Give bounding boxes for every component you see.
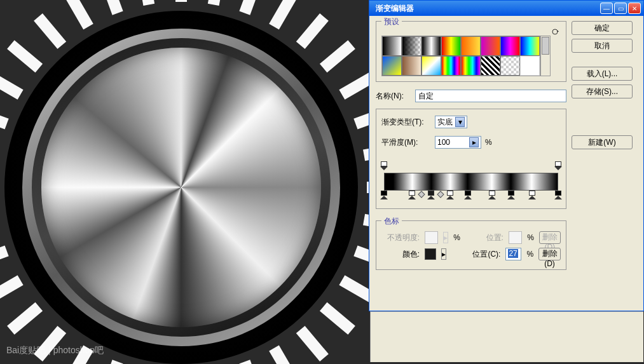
cancel-button[interactable]: 取消 xyxy=(572,39,633,53)
document-canvas: Bai度贴吧 | photoshop吧 xyxy=(0,0,369,364)
presets-flyout-icon[interactable] xyxy=(551,28,561,36)
save-button[interactable]: 存储(S)... xyxy=(572,84,633,98)
preset-swatch[interactable] xyxy=(461,56,481,76)
preset-swatch[interactable] xyxy=(382,56,402,76)
position-c-input[interactable]: 27 xyxy=(505,248,521,260)
midpoint-diamond[interactable] xyxy=(437,191,444,198)
smoothness-unit: % xyxy=(485,138,492,147)
panel-below xyxy=(370,311,643,362)
close-button[interactable]: ✕ xyxy=(628,3,641,14)
preset-swatch[interactable] xyxy=(402,36,421,56)
chevron-right-icon: ▸ xyxy=(443,232,448,243)
gradient-type-select[interactable]: 实底 ▾ xyxy=(435,116,467,128)
color-well[interactable] xyxy=(425,248,436,260)
position-input xyxy=(509,231,522,244)
preset-swatch[interactable] xyxy=(382,36,402,56)
type-value: 实底 xyxy=(437,117,453,128)
smoothness-label: 平滑度(M): xyxy=(381,137,431,148)
smoothness-value: 100 xyxy=(437,138,467,147)
color-stop[interactable] xyxy=(380,191,388,199)
gradient-editor-dialog: 渐变编辑器 — ▭ ✕ 预设 xyxy=(369,0,644,311)
type-label: 渐变类型(T): xyxy=(381,117,431,128)
color-stop[interactable] xyxy=(528,191,536,199)
color-label: 颜色: xyxy=(381,249,420,260)
delete-color-stop-button[interactable]: 删除(D) xyxy=(538,248,561,260)
presets-scrollbar[interactable] xyxy=(540,36,551,76)
color-stop[interactable] xyxy=(507,191,515,199)
preset-swatch[interactable] xyxy=(481,56,500,76)
dialog-title: 渐变编辑器 xyxy=(372,3,600,14)
color-stop[interactable] xyxy=(446,191,454,199)
opacity-input xyxy=(425,231,438,244)
preset-swatch[interactable] xyxy=(520,56,540,76)
preset-swatch[interactable] xyxy=(461,36,481,56)
maximize-button[interactable]: ▭ xyxy=(614,3,627,14)
gradient-bar[interactable] xyxy=(381,161,561,202)
pct: % xyxy=(526,250,533,259)
preset-swatch[interactable] xyxy=(500,36,520,56)
svg-point-0 xyxy=(552,29,558,34)
color-stop[interactable] xyxy=(408,191,416,199)
minimize-button[interactable]: — xyxy=(600,3,613,14)
preset-swatch[interactable] xyxy=(441,56,461,76)
opacity-stop[interactable] xyxy=(554,161,562,170)
preset-swatch[interactable] xyxy=(520,36,540,56)
name-input[interactable] xyxy=(415,90,566,102)
preset-swatch[interactable] xyxy=(402,56,421,76)
name-label: 名称(N): xyxy=(376,91,411,102)
color-stop[interactable] xyxy=(488,191,496,199)
presets-legend: 预设 xyxy=(381,17,402,27)
stops-group: 色标 不透明度: ▸ % 位置: % 删除(D) 颜色: ▸ 位置(C): xyxy=(376,220,566,270)
watermark-text: Bai度贴吧 | photoshop吧 xyxy=(6,345,104,356)
preset-swatch[interactable] xyxy=(441,36,461,56)
opacity-stop[interactable] xyxy=(380,161,388,170)
position-label: 位置: xyxy=(465,233,504,243)
chevron-right-icon[interactable]: ▸ xyxy=(441,248,446,260)
preset-swatch[interactable] xyxy=(421,56,441,76)
presets-group: 预设 xyxy=(376,21,566,82)
preset-swatch[interactable] xyxy=(481,36,500,56)
chevron-right-icon: ▸ xyxy=(469,137,479,147)
pct: % xyxy=(527,233,534,242)
color-stop[interactable] xyxy=(464,191,472,199)
color-stop[interactable] xyxy=(554,191,562,199)
new-button[interactable]: 新建(W) xyxy=(572,135,633,149)
smoothness-input[interactable]: 100 ▸ xyxy=(435,136,481,149)
color-stop[interactable] xyxy=(427,191,435,199)
load-button[interactable]: 载入(L)... xyxy=(572,67,633,81)
stops-legend: 色标 xyxy=(381,216,402,227)
ok-button[interactable]: 确定 xyxy=(572,21,633,35)
midpoint-diamond[interactable] xyxy=(418,191,425,198)
opacity-label: 不透明度: xyxy=(381,233,420,243)
dialog-titlebar[interactable]: 渐变编辑器 — ▭ ✕ xyxy=(369,1,643,16)
delete-opacity-stop-button: 删除(D) xyxy=(539,231,561,244)
preset-swatch-grid xyxy=(381,36,540,76)
preset-swatch[interactable] xyxy=(500,56,520,76)
metal-knob xyxy=(0,0,404,364)
preset-swatch[interactable] xyxy=(421,36,441,56)
pct: % xyxy=(453,233,460,242)
chevron-down-icon: ▾ xyxy=(455,117,465,127)
position-c-label: 位置(C): xyxy=(462,249,500,260)
